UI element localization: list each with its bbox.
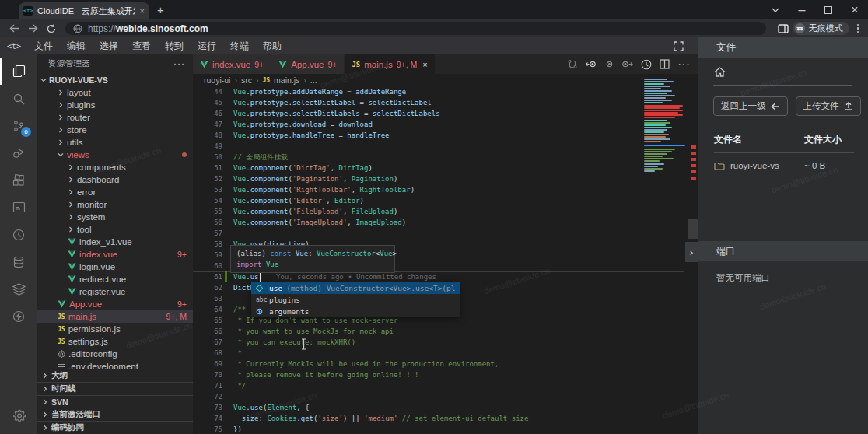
preview-window-icon[interactable] — [0, 194, 37, 221]
editor-more-actions-icon[interactable]: ··· — [677, 58, 690, 72]
tree-item-components[interactable]: components — [37, 161, 193, 173]
history-clock-icon[interactable] — [0, 221, 37, 248]
code-line-53: 53Vue.component('RightToolbar', RightToo… — [193, 184, 698, 195]
breadcrumb-item[interactable]: main.js — [274, 75, 299, 85]
menu-item-运行[interactable]: 运行 — [191, 40, 223, 53]
reload-icon[interactable] — [42, 21, 61, 37]
layers-icon[interactable] — [0, 275, 37, 303]
suggest-item-arguments[interactable]: arguments — [251, 306, 460, 317]
tree-item-error[interactable]: error — [37, 186, 193, 198]
close-window-button[interactable]: × — [842, 0, 868, 19]
browser-menu-icon[interactable] — [857, 24, 859, 33]
menu-item-终端[interactable]: 终端 — [223, 40, 256, 53]
menu-item-帮助[interactable]: 帮助 — [256, 40, 289, 53]
editor-tab-index.vue[interactable]: index.vue9+ — [193, 54, 271, 74]
menu-item-文件[interactable]: 文件 — [27, 40, 60, 53]
code-area[interactable]: 44Vue.prototype.addDateRange = addDateRa… — [193, 86, 698, 434]
tree-item-index_v1.vue[interactable]: index_v1.vue — [37, 236, 193, 248]
tree-item-label: dashboard — [77, 175, 119, 184]
explorer-more-actions-icon[interactable]: ··· — [173, 58, 185, 69]
sidebar-section-当前激活端口[interactable]: 当前激活端口 — [37, 408, 193, 421]
sidebar-section-时间线[interactable]: 时间线 — [37, 382, 193, 395]
back-parent-button[interactable]: 返回上一级 — [713, 96, 788, 116]
split-editor-icon[interactable] — [660, 59, 670, 69]
tree-item-index.vue[interactable]: index.vue9+ — [37, 248, 193, 261]
run-debug-icon[interactable] — [0, 139, 37, 166]
tree-item-register.vue[interactable]: register.vue — [37, 285, 193, 298]
panel-expand-chevron[interactable]: › — [685, 242, 698, 262]
breadcrumb-item[interactable]: ... — [310, 75, 317, 85]
power-lightning-icon[interactable] — [0, 303, 37, 330]
extensions-icon[interactable] — [0, 166, 37, 194]
home-icon[interactable] — [698, 58, 868, 77]
tab-close-icon[interactable]: × — [140, 6, 145, 16]
tree-item-router[interactable]: router — [37, 111, 193, 124]
menu-item-转到[interactable]: 转到 — [158, 40, 191, 53]
tab-search-chevron-icon[interactable] — [762, 0, 789, 19]
tree-item-login.vue[interactable]: login.vue — [37, 261, 193, 273]
file-row-ruoyi-vue-vs[interactable]: ruoyi-vue-vs~ 0 B — [714, 161, 854, 170]
panel-divider — [713, 85, 852, 86]
minimize-button[interactable]: – — [789, 0, 815, 19]
previous-change-icon[interactable] — [586, 60, 597, 68]
sidebar-section-SVN[interactable]: SVN — [37, 395, 193, 408]
tree-item-redirect.vue[interactable]: redirect.vue — [37, 273, 193, 285]
tree-item-dashboard[interactable]: dashboard — [37, 173, 193, 186]
upload-file-button[interactable]: 上传文件 — [796, 96, 861, 116]
arrow-left-icon — [771, 103, 780, 110]
tree-item-plugins[interactable]: plugins — [37, 99, 193, 111]
forward-icon[interactable] — [23, 21, 42, 37]
breadcrumb-item[interactable]: ruoyi-ui — [204, 75, 230, 85]
menu-item-查看[interactable]: 查看 — [125, 40, 158, 53]
tree-item-permission.js[interactable]: JSpermission.js — [37, 323, 193, 335]
tree-item-.editorconfig[interactable]: .editorconfig — [37, 348, 193, 360]
editor-tab-main.js[interactable]: JSmain.js9+, M× — [345, 54, 434, 74]
tree-item-label: index.vue — [79, 250, 117, 259]
editor-tab-App.vue[interactable]: App.vue9+ — [271, 54, 344, 74]
maximize-button[interactable] — [815, 0, 842, 19]
tree-item-monitor[interactable]: monitor — [37, 198, 193, 211]
database-icon[interactable] — [0, 248, 37, 275]
tab-close-icon[interactable]: × — [422, 60, 427, 69]
sidebar-section-编码协同[interactable]: 编码协同 — [37, 421, 193, 434]
sidebar-section-大纲[interactable]: 大纲 — [37, 369, 193, 382]
browser-tab[interactable]: <t> CloudIDE - 云原生集成开发环境 × — [19, 2, 149, 19]
source-control-icon[interactable]: 6 — [0, 112, 37, 139]
tree-item-views[interactable]: views — [37, 149, 193, 161]
explorer-icon[interactable] — [0, 58, 37, 85]
tree-item-layout[interactable]: layout — [37, 86, 193, 99]
ports-section-header[interactable]: 端口 — [698, 241, 868, 261]
tree-item-main.js[interactable]: JSmain.js9+, M — [37, 310, 193, 323]
current-change-icon[interactable] — [605, 60, 614, 68]
code-line-50: 50// 全局组件挂载 — [193, 152, 698, 163]
search-icon[interactable] — [0, 85, 37, 112]
tree-item-settings.js[interactable]: JSsettings.js — [37, 335, 193, 348]
back-icon[interactable] — [5, 21, 23, 37]
ports-empty-text: 暂无可用端口 — [716, 272, 770, 284]
editor-scrollbar[interactable] — [688, 219, 698, 239]
tree-item-App.vue[interactable]: App.vue9+ — [37, 298, 193, 310]
tree-item-utils[interactable]: utils — [37, 136, 193, 149]
open-changes-icon[interactable] — [567, 59, 578, 69]
tree-root-folder[interactable]: RUOYI-VUE-VS — [37, 73, 193, 86]
menu-item-编辑[interactable]: 编辑 — [60, 40, 93, 53]
suggest-item-plugins[interactable]: abcplugins — [251, 294, 460, 306]
breadcrumb-item[interactable]: src — [241, 75, 252, 85]
cloudide-favicon-icon: <t> — [23, 6, 33, 16]
site-info-globe-icon[interactable] — [73, 24, 82, 33]
suggest-item-use[interactable]: use(method) VueConstructor<Vue>.use<T>(p… — [251, 282, 460, 294]
tree-item-tool[interactable]: tool — [37, 223, 193, 236]
tree-item-store[interactable]: store — [37, 124, 193, 136]
timeline-icon[interactable] — [641, 59, 652, 70]
side-panel-icon[interactable] — [774, 21, 793, 37]
editor-group: index.vue9+App.vue9+JSmain.js9+, M× ··· … — [193, 54, 698, 434]
menu-item-选择[interactable]: 选择 — [93, 40, 125, 53]
tree-item-system[interactable]: system — [37, 211, 193, 223]
code-line-70: 70 * please remove it before going onlin… — [193, 369, 698, 380]
next-change-icon[interactable] — [621, 60, 633, 68]
address-bar[interactable]: https:// webide.sinosoft.com — [65, 22, 766, 35]
minimap[interactable] — [644, 79, 685, 191]
fullscreen-icon[interactable] — [674, 41, 684, 51]
settings-gear-icon[interactable] — [0, 402, 37, 429]
new-tab-button[interactable]: + — [157, 3, 164, 17]
